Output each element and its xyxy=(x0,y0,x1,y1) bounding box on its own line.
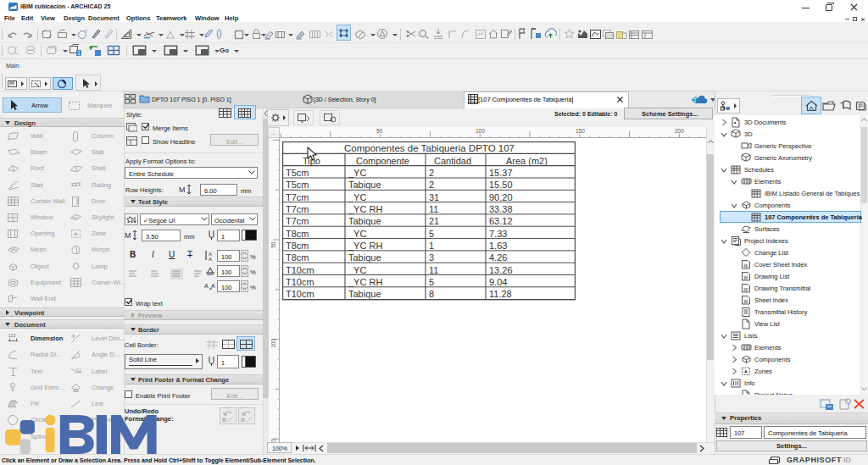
svg-text:M: M xyxy=(179,185,186,194)
svg-text:A: A xyxy=(211,283,215,289)
svg-text:A: A xyxy=(204,283,209,289)
svg-text:1: 1 xyxy=(77,50,81,56)
svg-text:A1: A1 xyxy=(75,368,82,373)
svg-text:123: 123 xyxy=(8,333,16,338)
svg-text:M: M xyxy=(125,231,131,240)
svg-text:A: A xyxy=(209,257,212,261)
